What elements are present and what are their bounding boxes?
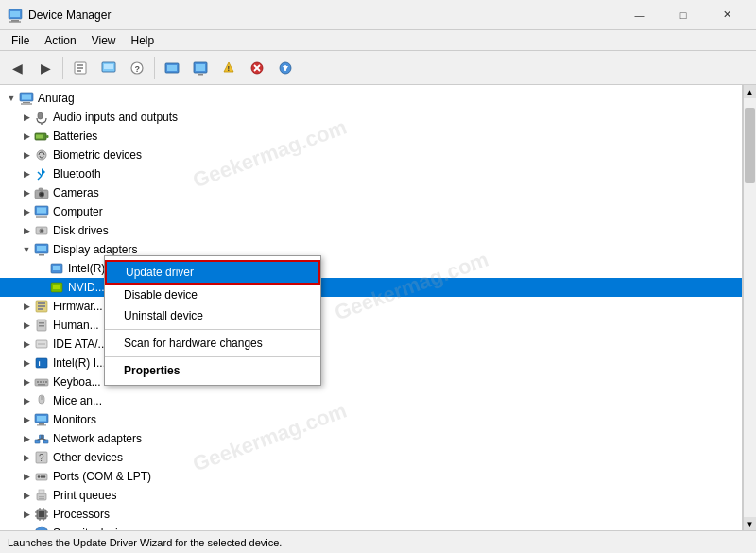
monitor-button[interactable]: [187, 55, 214, 81]
tree-item-disk[interactable]: ▶ Disk drives: [0, 221, 742, 240]
tree-item-computer[interactable]: ▶ Computer: [0, 202, 742, 221]
tree-item-security[interactable]: ▶ Security devices: [0, 524, 742, 530]
svg-rect-33: [36, 135, 43, 139]
ctx-properties[interactable]: Properties: [105, 360, 320, 381]
expand-icon-computer: ▶: [19, 204, 34, 219]
tree-item-print[interactable]: ▶ Print queues: [0, 486, 742, 505]
scroll-up-button[interactable]: ▲: [744, 85, 757, 98]
ctx-scan-hardware[interactable]: Scan for hardware changes: [105, 333, 320, 354]
tree-item-mice[interactable]: ▶ Mice an...: [0, 391, 742, 410]
expand-icon-monitors: ▶: [19, 412, 34, 427]
tree-item-cameras[interactable]: ▶ Cameras: [0, 183, 742, 202]
print-label: Print queues: [53, 489, 116, 502]
disk-label: Disk drives: [53, 224, 109, 237]
menu-view[interactable]: View: [84, 32, 124, 49]
expand-icon-ports: ▶: [19, 469, 34, 484]
svg-rect-32: [46, 135, 49, 138]
expand-icon-batteries: ▶: [19, 129, 34, 144]
maximize-button[interactable]: □: [662, 0, 705, 30]
audio-icon: [34, 110, 49, 125]
download-button[interactable]: [272, 55, 299, 81]
tree-item-ports[interactable]: ▶ Ports (COM & LPT): [0, 467, 742, 486]
svg-rect-9: [104, 64, 113, 69]
expand-icon-display: ▼: [19, 242, 34, 257]
svg-rect-13: [167, 65, 177, 71]
tree-item-other[interactable]: ▶ ? Other devices: [0, 448, 742, 467]
processor-icon: [34, 507, 49, 522]
scroll-track[interactable]: [744, 98, 756, 517]
firmware-label: Firmwar...: [53, 300, 103, 313]
computer-label: Computer: [53, 205, 103, 218]
other-label: Other devices: [53, 451, 123, 464]
minimize-button[interactable]: —: [618, 0, 662, 30]
ctx-update-driver[interactable]: Update driver: [105, 260, 320, 285]
ports-label: Ports (COM & LPT): [53, 470, 151, 483]
root-label: Anurag: [38, 92, 75, 105]
svg-rect-69: [38, 384, 45, 386]
biometric-label: Biometric devices: [53, 148, 142, 162]
svg-rect-42: [36, 217, 47, 218]
expand-icon-keyboard: ▶: [19, 374, 34, 389]
menu-action[interactable]: Action: [37, 32, 83, 49]
processors-label: Processors: [53, 508, 110, 521]
ctx-uninstall-device[interactable]: Uninstall device: [105, 305, 320, 326]
forward-button[interactable]: ▶: [32, 55, 59, 81]
svg-rect-38: [39, 188, 43, 190]
scroll-thumb[interactable]: [745, 108, 755, 183]
display-label: Display adapters: [53, 243, 137, 256]
tree-item-audio[interactable]: ▶ Audio inputs and outputs: [0, 108, 742, 127]
ctx-disable-device[interactable]: Disable device: [105, 285, 320, 305]
firmware-icon: [34, 299, 49, 314]
svg-rect-3: [9, 21, 21, 22]
status-text: Launches the Update Driver Wizard for th…: [8, 537, 282, 548]
tree-item-processors[interactable]: ▶ Processors: [0, 505, 742, 524]
expand-icon-processors: ▶: [19, 507, 34, 522]
toolbar-separator-2: [154, 57, 155, 79]
mice-label: Mice an...: [53, 394, 102, 407]
power-button[interactable]: !: [215, 55, 242, 81]
nvidia-label: NVID...: [68, 281, 105, 294]
svg-rect-93: [39, 511, 44, 517]
menu-file[interactable]: File: [4, 32, 37, 49]
tree-item-bluetooth[interactable]: ▶ Bluetooth: [0, 164, 742, 183]
tree-item-batteries[interactable]: ▶ Batteries: [0, 127, 742, 146]
svg-text:!: !: [228, 64, 231, 73]
expand-icon-ide: ▶: [19, 337, 34, 352]
svg-rect-68: [45, 381, 47, 383]
expand-icon-print: ▶: [19, 488, 34, 503]
svg-rect-89: [39, 490, 44, 493]
device-tree[interactable]: Geekermag.com Geekermag.com Geekermag.co…: [0, 85, 743, 530]
battery-icon: [34, 129, 49, 144]
tree-root[interactable]: ▼ Anurag: [0, 89, 742, 108]
bluetooth-icon: [34, 166, 49, 181]
ctx-sep-1: [105, 329, 320, 330]
expand-icon-root: ▼: [4, 91, 19, 106]
view-button[interactable]: [95, 55, 122, 81]
nvidia-icon: [49, 280, 64, 295]
back-button[interactable]: ◀: [4, 55, 30, 81]
human-icon: [34, 318, 49, 333]
human-label: Human...: [53, 319, 99, 332]
menu-help[interactable]: Help: [124, 32, 163, 49]
scroll-down-button[interactable]: ▼: [744, 517, 757, 530]
close-button[interactable]: ✕: [705, 0, 748, 30]
security-label: Security devices: [53, 527, 135, 530]
ctx-sep-2: [105, 356, 320, 357]
ide-icon: [34, 337, 49, 352]
svg-point-87: [43, 475, 45, 477]
svg-rect-41: [38, 216, 45, 216]
tree-item-biometric[interactable]: ▶ Biometric devices: [0, 146, 742, 164]
ctx-properties-label: Properties: [124, 364, 180, 377]
tree-item-monitors[interactable]: ▶ Monitors: [0, 410, 742, 429]
audio-label: Audio inputs and outputs: [53, 111, 178, 124]
tree-item-network[interactable]: ▶ Network adapters: [0, 429, 742, 448]
scrollbar[interactable]: ▲ ▼: [743, 85, 756, 530]
help-button[interactable]: ?: [124, 55, 150, 81]
title-bar: Device Manager — □ ✕: [0, 0, 756, 30]
scan-button[interactable]: [159, 55, 185, 81]
window-controls: — □ ✕: [618, 0, 748, 30]
app-icon: [8, 8, 23, 23]
properties-button[interactable]: [67, 55, 94, 81]
remove-button[interactable]: [244, 55, 270, 81]
print-icon: [34, 488, 49, 503]
